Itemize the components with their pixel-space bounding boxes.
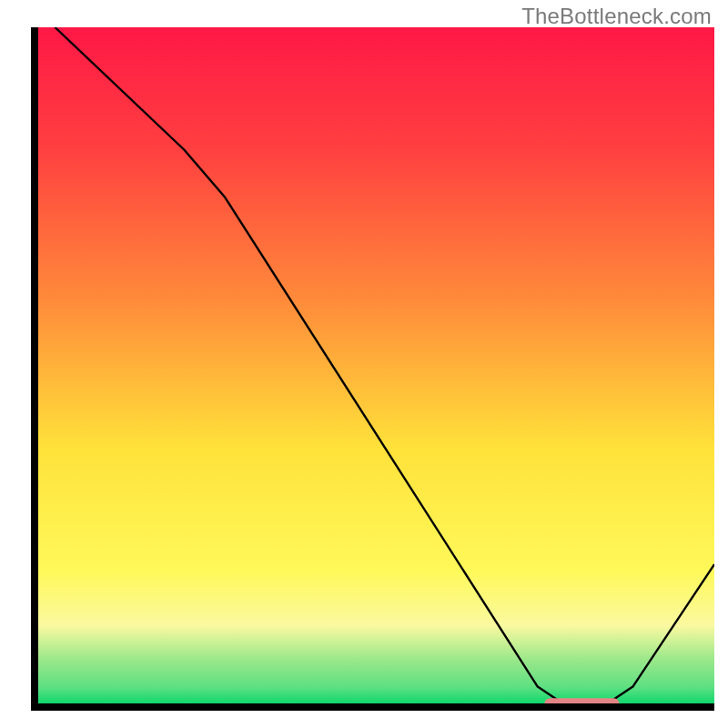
- bottleneck-chart-svg: [27, 27, 714, 714]
- chart-plot-area: [27, 27, 714, 714]
- chart-frame: TheBottleneck.com: [0, 0, 728, 728]
- gradient-background: [35, 27, 714, 707]
- watermark-text: TheBottleneck.com: [521, 4, 712, 29]
